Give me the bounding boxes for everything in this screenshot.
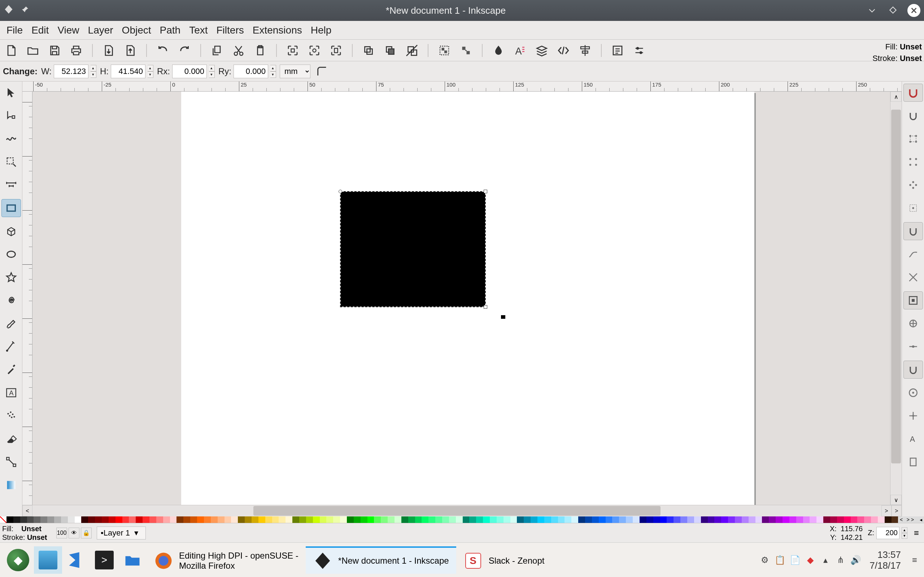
menu-path[interactable]: Path — [156, 23, 184, 37]
swatch[interactable] — [272, 516, 279, 523]
swatch[interactable] — [640, 516, 646, 523]
tray-network-icon[interactable]: ⋔ — [835, 554, 846, 566]
swatch[interactable] — [95, 516, 102, 523]
swatch[interactable] — [231, 516, 238, 523]
pin-icon[interactable] — [21, 5, 30, 16]
swatch[interactable] — [517, 516, 524, 523]
swatch[interactable] — [830, 516, 837, 523]
clone-icon[interactable] — [382, 42, 399, 59]
swatch[interactable] — [756, 516, 762, 523]
snap-intersection-icon[interactable] — [903, 268, 923, 286]
horizontal-ruler[interactable]: -50-250255075100125150175200225250 — [23, 82, 901, 92]
swatch[interactable] — [442, 516, 449, 523]
swatch[interactable] — [476, 516, 483, 523]
swatch[interactable] — [299, 516, 306, 523]
swatch[interactable] — [538, 516, 544, 523]
swatch[interactable] — [428, 516, 435, 523]
swatch[interactable] — [564, 516, 571, 523]
swatch[interactable] — [6, 516, 13, 523]
swatch[interactable] — [646, 516, 653, 523]
swatch[interactable] — [680, 516, 687, 523]
zoom-page-icon[interactable] — [328, 42, 344, 59]
start-button[interactable]: ◆ — [2, 546, 34, 574]
swatch[interactable] — [225, 516, 231, 523]
swatch[interactable] — [211, 516, 218, 523]
tray-notes-icon[interactable]: 📄 — [789, 554, 801, 566]
xml-dialog-icon[interactable] — [555, 42, 572, 59]
snap-path-icon[interactable] — [903, 245, 923, 263]
swatch[interactable] — [381, 516, 388, 523]
layer-selector[interactable]: •Layer 1 ▾ — [97, 527, 146, 540]
calligraphy-tool[interactable] — [2, 361, 21, 379]
dolphin-launcher[interactable] — [118, 546, 147, 574]
snap-bbox-edge-icon[interactable] — [903, 130, 923, 148]
swatch[interactable] — [585, 516, 592, 523]
palette-nav-right[interactable]: >> — [905, 516, 918, 523]
task-firefox[interactable]: Editing High DPI - openSUSE -Mozilla Fir… — [147, 546, 306, 574]
cut-icon[interactable] — [230, 42, 247, 59]
undo-icon[interactable] — [155, 42, 171, 59]
swatch[interactable] — [721, 516, 728, 523]
swatch[interactable] — [571, 516, 578, 523]
zoom-input[interactable] — [876, 527, 900, 539]
swatch[interactable] — [871, 516, 878, 523]
swatch[interactable] — [388, 516, 394, 523]
swatch[interactable] — [34, 516, 40, 523]
swatch[interactable] — [340, 516, 347, 523]
swatch[interactable] — [735, 516, 742, 523]
swatch[interactable] — [20, 516, 27, 523]
swatch[interactable] — [694, 516, 701, 523]
redo-icon[interactable] — [176, 42, 193, 59]
paste-icon[interactable] — [252, 42, 268, 59]
swatch[interactable] — [61, 516, 68, 523]
snap-center-icon[interactable] — [903, 384, 923, 402]
swatch[interactable] — [394, 516, 401, 523]
width-input[interactable] — [54, 64, 89, 78]
star-tool[interactable] — [2, 268, 21, 286]
connector-tool[interactable] — [2, 453, 21, 471]
swatch[interactable] — [347, 516, 354, 523]
swatch[interactable] — [204, 516, 211, 523]
maximize-button[interactable] — [887, 4, 900, 17]
scroll-right-arrow2[interactable]: > — [892, 505, 901, 516]
canvas-viewport[interactable] — [32, 92, 890, 505]
bezier-tool[interactable] — [2, 338, 21, 356]
swatch[interactable] — [449, 516, 456, 523]
swatch[interactable] — [490, 516, 497, 523]
3dbox-tool[interactable] — [2, 222, 21, 240]
opacity-input[interactable]: 100 — [56, 528, 67, 538]
snap-to-nodes-icon[interactable] — [903, 292, 923, 309]
ungroup-icon[interactable] — [458, 42, 474, 59]
tray-menu-icon[interactable]: ≡ — [909, 554, 921, 566]
swatch[interactable] — [775, 516, 782, 523]
menu-view[interactable]: View — [54, 23, 82, 37]
save-icon[interactable] — [46, 42, 63, 59]
snap-smooth-icon[interactable] — [903, 314, 923, 332]
swatch[interactable] — [279, 516, 286, 523]
swatch[interactable] — [837, 516, 844, 523]
swatch[interactable] — [749, 516, 756, 523]
swatch[interactable] — [367, 516, 374, 523]
reset-corners-icon[interactable] — [314, 63, 330, 79]
palette-menu-icon[interactable]: ◂ — [918, 516, 924, 523]
zoom-spinner[interactable]: ▴▾ — [901, 527, 908, 539]
swatch[interactable] — [136, 516, 142, 523]
swatch[interactable] — [374, 516, 381, 523]
group-icon[interactable] — [436, 42, 452, 59]
swatch[interactable] — [660, 516, 667, 523]
unlink-clone-icon[interactable] — [404, 42, 420, 59]
tray-volume-icon[interactable]: 🔊 — [850, 554, 861, 566]
swatch[interactable] — [435, 516, 442, 523]
swatch[interactable] — [109, 516, 115, 523]
scroll-up-arrow[interactable]: ∧ — [890, 92, 901, 102]
snap-bbox-center-icon[interactable] — [903, 199, 923, 217]
text-tool[interactable]: A — [2, 384, 21, 402]
tray-update-icon[interactable]: ◆ — [804, 554, 816, 566]
swatch[interactable] — [578, 516, 585, 523]
swatch[interactable] — [456, 516, 463, 523]
snap-others-icon[interactable] — [903, 361, 923, 379]
swatch[interactable] — [483, 516, 490, 523]
swatch[interactable] — [306, 516, 313, 523]
align-dialog-icon[interactable] — [577, 42, 593, 59]
swatch[interactable] — [809, 516, 816, 523]
